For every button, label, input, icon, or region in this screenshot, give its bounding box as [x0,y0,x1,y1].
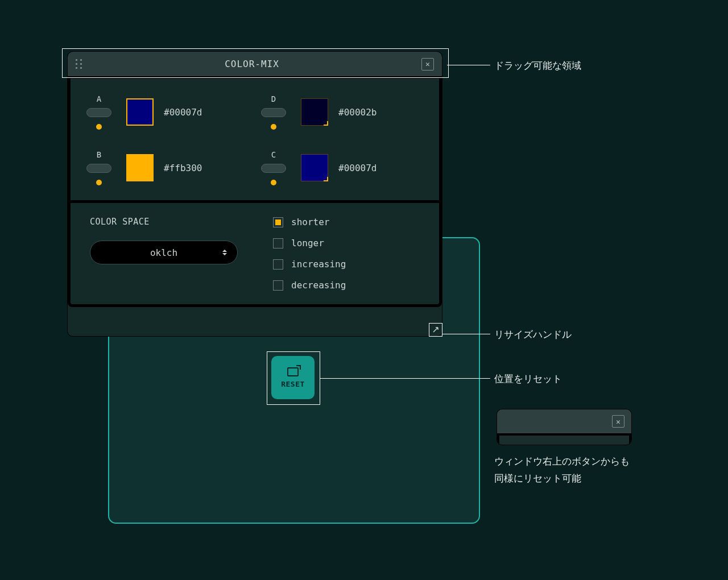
reset-button[interactable]: RESET [271,356,315,399]
drag-handle-icon[interactable] [76,59,82,69]
swatch-row-c: C #00007d [257,150,428,185]
swatch-label-c: C [271,150,276,159]
swatch-row-a: A #00007d [82,94,253,130]
swatch-c[interactable] [301,154,328,181]
hex-a: #00007d [164,107,202,118]
checkbox-increasing[interactable] [273,259,283,270]
reset-icon [287,367,299,376]
mini-titlebar: ✕ [497,409,631,433]
swatch-label-a: A [97,94,101,103]
chevron-updown-icon [222,250,227,255]
slider-thumb-d[interactable] [271,124,276,130]
annotation-mini-caption-1: ウィンドウ右上のボタンからも [494,455,630,468]
slider-c[interactable] [261,164,286,173]
swatch-row-d: D #00002b [257,94,428,130]
close-icon: ✕ [425,60,430,68]
color-space-label: COLOR SPACE [90,217,239,227]
slider-a[interactable] [86,108,111,117]
color-space-value: oklch [150,247,177,258]
slider-thumb-a[interactable] [96,124,102,130]
option-label-shorter: shorter [291,217,329,227]
checkbox-shorter[interactable] [273,217,283,227]
leader-line [447,65,490,65]
swatch-label-b: B [97,150,101,159]
leader-line [320,378,490,379]
swatch-label-d: D [271,94,276,103]
leader-line [442,334,490,334]
hex-b: #ffb300 [164,163,202,173]
option-increasing[interactable]: increasing [273,259,422,270]
option-label-decreasing: decreasing [291,280,346,291]
option-decreasing[interactable]: decreasing [273,280,422,291]
slider-thumb-b[interactable] [96,180,102,185]
option-shorter[interactable]: shorter [273,217,422,227]
annotation-reset-position: 位置をリセット [494,372,562,386]
settings-section: COLOR SPACE oklch shorter longer increas… [68,203,442,307]
resize-handle[interactable] [429,323,442,337]
reset-label: RESET [281,380,305,388]
swatch-section: A #00007d D #00002b B [68,77,442,203]
hex-c: #00007d [338,163,377,173]
resize-icon [432,326,439,333]
swatch-row-b: B #ffb300 [82,150,253,185]
swatch-b[interactable] [126,154,154,181]
color-space-select[interactable]: oklch [90,241,238,264]
swatch-d[interactable] [301,98,328,126]
mini-close-button[interactable]: ✕ [612,415,624,428]
annotation-mini-caption-2: 同様にリセット可能 [494,472,581,485]
checkbox-longer[interactable] [273,238,283,248]
annotation-drag-area: ドラッグ可能な領域 [494,59,581,72]
option-label-increasing: increasing [291,259,346,270]
swatch-a[interactable] [126,98,154,126]
hue-interpolation-options: shorter longer increasing decreasing [273,217,422,291]
color-mix-panel: COLOR-MIX ✕ A #00007d D [67,51,442,337]
slider-thumb-c[interactable] [271,180,276,185]
panel-title: COLOR-MIX [82,59,421,69]
hex-d: #00002b [338,107,377,118]
annotation-resize-handle: リサイズハンドル [494,328,572,341]
option-label-longer: longer [291,238,324,248]
close-button[interactable]: ✕ [421,58,434,71]
checkbox-decreasing[interactable] [273,280,283,291]
mini-window: ✕ [497,409,632,445]
option-longer[interactable]: longer [273,238,422,248]
mini-body [497,433,631,445]
close-icon: ✕ [616,417,621,426]
titlebar[interactable]: COLOR-MIX ✕ [68,52,442,77]
slider-d[interactable] [261,108,286,117]
slider-b[interactable] [86,164,111,173]
